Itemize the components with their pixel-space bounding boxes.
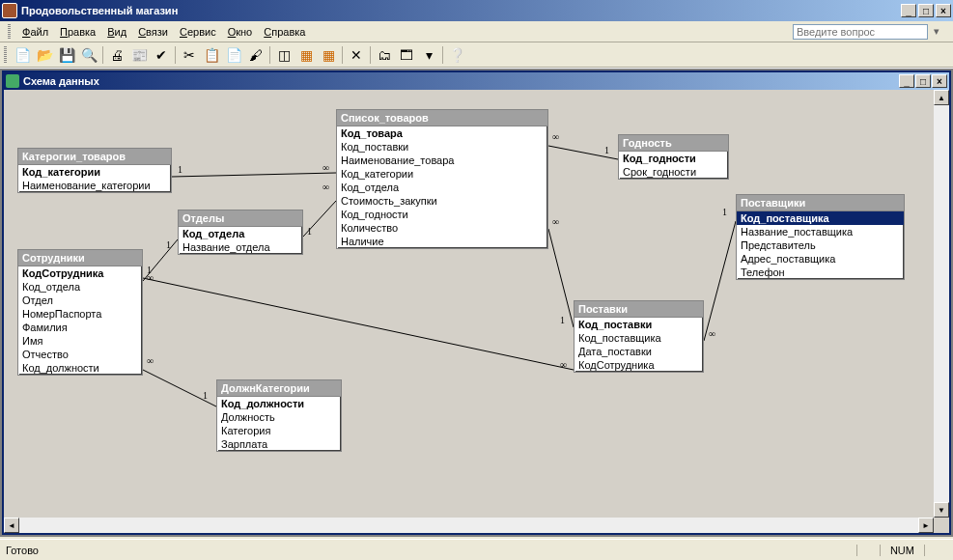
vertical-scrollbar[interactable]: ▲ ▼ (934, 90, 949, 518)
help-icon[interactable]: ❔ (446, 44, 467, 66)
separator (342, 46, 343, 64)
table-header[interactable]: ДолжнКатегории (217, 380, 341, 397)
table-field[interactable]: Название_поставщика (737, 225, 904, 238)
table-header[interactable]: Отделы (179, 210, 302, 227)
child-minimize-button[interactable]: _ (899, 74, 914, 88)
delete-icon[interactable]: ✕ (346, 44, 367, 66)
table-field[interactable]: Код_поставщика (737, 211, 904, 225)
save-icon[interactable]: 💾 (56, 44, 77, 66)
show-table-icon[interactable]: ▦ (295, 44, 317, 66)
table-field[interactable]: КодСотрудника (575, 358, 703, 372)
table-employees[interactable]: СотрудникиКодСотрудникаКод_отделаОтделНо… (17, 249, 143, 376)
table-field[interactable]: НомерПаспорта (18, 307, 142, 321)
table-categories[interactable]: Катероги­и_товаровКод_категорииНаименова… (17, 148, 172, 193)
close-button[interactable]: × (936, 4, 951, 17)
table-field[interactable]: Наличие (337, 235, 547, 248)
cut-icon[interactable]: ✂ (179, 44, 200, 66)
table-field[interactable]: Срок_годности (619, 165, 728, 179)
table-products[interactable]: Список_товаровКод_товараКод_поставкиНаим… (336, 109, 548, 249)
scroll-track[interactable] (19, 518, 918, 533)
table-field[interactable]: Стоимость_закупки (337, 194, 547, 208)
search-icon[interactable]: 🔍 (78, 44, 99, 66)
status-text: Готово (6, 545, 856, 556)
dropdown-arrow-icon[interactable]: ▾ (928, 25, 945, 38)
help-search[interactable] (793, 24, 928, 40)
table-field[interactable]: Дата_поставки (575, 345, 703, 358)
new-icon[interactable]: 📄 (12, 44, 33, 66)
spelling-icon[interactable]: ✔ (151, 44, 172, 66)
db-icon[interactable]: 🗂 (374, 44, 395, 66)
table-field[interactable]: Код_годности (337, 208, 547, 221)
table-field[interactable]: Код_отдела (18, 280, 142, 294)
table-field[interactable]: Фамилия (18, 321, 142, 334)
scroll-up-icon[interactable]: ▲ (934, 90, 949, 105)
scroll-left-icon[interactable]: ◄ (4, 518, 19, 533)
scroll-down-icon[interactable]: ▼ (934, 502, 949, 518)
table-field[interactable]: Категория (217, 424, 341, 437)
table-header[interactable]: Список_товаров (337, 110, 547, 126)
table-field[interactable]: Код_категории (18, 165, 171, 179)
table-field[interactable]: Отдел (18, 294, 142, 307)
menu-window[interactable]: Окно (222, 24, 259, 40)
table-field[interactable]: Телефон (737, 266, 904, 279)
menu-relationships[interactable]: Связи (132, 24, 174, 40)
maximize-button[interactable]: □ (918, 4, 934, 17)
show-all-icon[interactable]: ▦ (318, 44, 339, 66)
table-field[interactable]: Количество (337, 221, 547, 235)
table-header[interactable]: Катероги­и_товаров (18, 149, 171, 165)
table-departments[interactable]: ОтделыКод_отделаНазвание_отдела (178, 210, 303, 255)
open-icon[interactable]: 📂 (34, 44, 55, 66)
child-maximize-button[interactable]: □ (915, 74, 931, 88)
svg-text:∞: ∞ (322, 162, 329, 173)
copy-icon[interactable]: 📋 (201, 44, 222, 66)
table-field[interactable]: Код_годности (619, 152, 728, 165)
menu-file[interactable]: Файл (16, 24, 54, 40)
paste-icon[interactable]: 📄 (223, 44, 244, 66)
table-field[interactable]: Имя (18, 334, 142, 348)
table-field[interactable]: Должность (217, 410, 341, 424)
table-header[interactable]: Годность (619, 135, 728, 152)
table-field[interactable]: Код_должности (217, 397, 341, 410)
table-field[interactable]: Код_отдела (179, 227, 302, 240)
table-field[interactable]: Зарплата (217, 437, 341, 451)
table-header[interactable]: Поставщики (737, 195, 904, 211)
window-icon[interactable]: 🗔 (396, 44, 417, 66)
table-field[interactable]: Код_поставки (337, 140, 547, 154)
child-titlebar[interactable]: Схема данных _ □ × (4, 72, 949, 90)
scroll-track[interactable] (934, 105, 949, 502)
dropdown-icon[interactable]: ▾ (418, 44, 439, 66)
menu-help[interactable]: Справка (258, 24, 311, 40)
relationships-canvas[interactable]: 1∞1∞1∞∞1∞1∞1∞11∞ Катероги­и_товаровКод_к… (4, 90, 949, 518)
table-suppliers[interactable]: ПоставщикиКод_поставщикаНазвание_поставщ… (736, 194, 905, 280)
table-field[interactable]: Код_поставщика (575, 331, 703, 345)
menu-view[interactable]: Вид (101, 24, 132, 40)
table-field[interactable]: Наименование_товара (337, 154, 547, 167)
preview-icon[interactable]: 📰 (128, 44, 150, 66)
table-header[interactable]: Сотрудники (18, 250, 142, 266)
table-field[interactable]: Наименование_категории (18, 179, 171, 192)
print-icon[interactable]: 🖨 (106, 44, 127, 66)
help-input[interactable] (793, 24, 928, 40)
table-icon[interactable]: ◫ (273, 44, 294, 66)
table-field[interactable]: Представитель (737, 238, 904, 252)
table-field[interactable]: Код_отдела (337, 181, 547, 194)
table-shelflife[interactable]: ГодностьКод_годностиСрок_годности (618, 134, 729, 180)
table-header[interactable]: Поставки (575, 301, 703, 318)
table-positions[interactable]: ДолжнКатегорииКод_должностиДолжностьКате… (216, 379, 342, 452)
table-field[interactable]: Код_поставки (575, 318, 703, 331)
table-field[interactable]: Адрес_поставщика (737, 252, 904, 266)
table-field[interactable]: Код_товара (337, 126, 547, 140)
scroll-right-icon[interactable]: ► (918, 518, 934, 533)
child-close-button[interactable]: × (932, 74, 947, 88)
table-field[interactable]: Код_категории (337, 167, 547, 181)
horizontal-scrollbar[interactable]: ◄ ► (4, 518, 934, 533)
table-field[interactable]: Код_должности (18, 361, 142, 375)
menu-edit[interactable]: Правка (54, 24, 101, 40)
minimize-button[interactable]: _ (901, 4, 916, 17)
table-field[interactable]: КодСотрудника (18, 266, 142, 280)
format-icon[interactable]: 🖌 (245, 44, 266, 66)
table-field[interactable]: Название_отдела (179, 240, 302, 254)
table-deliveries[interactable]: ПоставкиКод_поставкиКод_поставщикаДата_п… (574, 300, 704, 373)
table-field[interactable]: Отчество (18, 348, 142, 361)
menu-tools[interactable]: Сервис (174, 24, 222, 40)
